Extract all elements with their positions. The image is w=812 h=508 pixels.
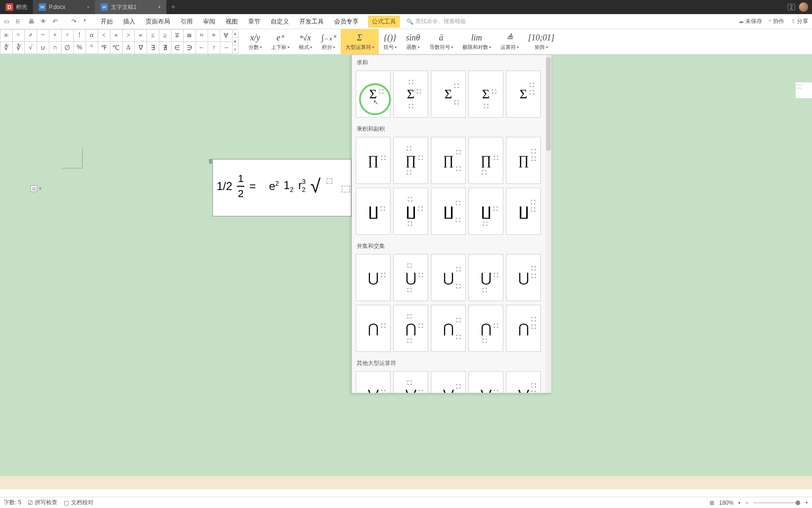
formula-group-大型运算符[interactable]: Σ大型运算符▾ [341, 29, 379, 54]
formula-group-括号[interactable]: {()}括号▾ [379, 29, 401, 54]
zoom-slider[interactable] [753, 502, 800, 503]
outline-button[interactable]: ▤ [31, 185, 37, 192]
symbol-cell[interactable]: ≅ [183, 29, 196, 42]
symbol-cell[interactable]: → [220, 41, 233, 54]
operator-item[interactable]: ⋂ [431, 305, 466, 352]
formula-group-运算符[interactable]: ≜运算符▾ [496, 29, 523, 54]
symbol-cell[interactable]: ~ [37, 29, 49, 42]
symbol-cell[interactable]: ≥ [159, 29, 172, 42]
symbol-cell[interactable]: ≤ [147, 29, 159, 42]
operator-item[interactable]: Σ [393, 71, 428, 118]
symbol-cell[interactable]: ∞ [0, 29, 13, 42]
operator-item[interactable]: Σ [431, 71, 466, 118]
operator-item[interactable]: ∐ [468, 188, 503, 235]
preview-icon[interactable]: 👁 [40, 18, 48, 25]
operator-item[interactable]: Σ [468, 71, 503, 118]
open-icon[interactable]: ⎘ [16, 18, 23, 25]
formula-group-极限和对数[interactable]: lim极限和对数▾ [458, 29, 496, 54]
symbol-cell[interactable]: ∋ [183, 41, 196, 54]
formula-group-矩阵[interactable]: [10;01]矩阵▾ [523, 29, 559, 54]
tab-pdocx[interactable]: W P.docx • [33, 0, 95, 14]
navigation-thumbnail[interactable]: ┈┈┈┈┈┈ [795, 82, 812, 99]
undo-icon[interactable]: ↶ [53, 18, 60, 25]
menu-section[interactable]: 章节 [247, 16, 261, 28]
symbol-cell[interactable]: ∜ [0, 41, 13, 54]
new-icon[interactable]: ▭ [4, 18, 11, 25]
symbol-cell[interactable]: α [86, 29, 98, 42]
symbol-cell[interactable]: ≈ [195, 29, 208, 42]
proofing-toggle[interactable]: ▢ 文档校对 [64, 499, 94, 507]
operator-item[interactable]: ⋂ [393, 305, 428, 352]
formula-group-积分[interactable]: ∫₋ₓˣ积分▾ [317, 29, 341, 54]
notification-badge[interactable]: 2 [788, 4, 795, 10]
collab-button[interactable]: ᵅ 协作 [769, 17, 784, 25]
share-button[interactable]: ⇪ 分享 [791, 17, 808, 25]
operator-item[interactable]: ∏ [393, 137, 428, 184]
operator-item[interactable]: ∏ [431, 137, 466, 184]
zoom-out-button[interactable]: − [745, 500, 749, 506]
operator-item[interactable]: ∐ [393, 188, 428, 235]
symbol-more-icon[interactable]: ≡ [232, 45, 239, 54]
zoom-in-button[interactable]: + [805, 500, 808, 506]
symbol-cell[interactable]: = [12, 29, 25, 42]
tab-doc1[interactable]: W 文字文稿1 • [95, 0, 166, 14]
tab-docer[interactable]: D 稻壳 [0, 0, 33, 14]
operator-item[interactable]: ∏ [506, 137, 541, 184]
scrollbar[interactable] [546, 55, 551, 393]
operator-item[interactable]: ∐ [506, 188, 541, 235]
zoom-value[interactable]: 180% [719, 500, 734, 506]
operator-item[interactable]: ⋃ [431, 254, 466, 301]
redo-icon[interactable]: ↷ [71, 18, 79, 25]
symbol-cell[interactable]: √ [24, 41, 37, 54]
symbol-cell[interactable]: ∇ [134, 41, 147, 54]
eq-placeholder[interactable] [327, 178, 332, 184]
symbol-cell[interactable]: « [110, 29, 123, 42]
menu-view[interactable]: 视图 [225, 16, 239, 28]
symbol-cell[interactable]: ° [86, 41, 98, 54]
symbol-cell[interactable]: ∅ [61, 41, 74, 54]
unsaved-status[interactable]: ☁ 未保存 [738, 17, 762, 25]
formula-group-函数[interactable]: sinθ函数▾ [401, 29, 425, 54]
equation-handle-icon[interactable] [209, 159, 212, 164]
operator-item[interactable]: ∐ [356, 188, 390, 235]
operator-item[interactable]: ∐ [431, 188, 466, 235]
menu-reference[interactable]: 引用 [180, 16, 194, 28]
scrollthumb[interactable] [546, 57, 551, 151]
tab-add-button[interactable]: + [166, 3, 180, 11]
symbol-cell[interactable]: ≠ [24, 29, 37, 42]
view-mode-icon[interactable]: ⊞ [710, 500, 714, 506]
operator-item[interactable]: ⋃ [393, 254, 428, 301]
menu-start[interactable]: 开始 [100, 16, 114, 28]
symbol-cell[interactable]: ∀ [220, 29, 233, 42]
symbol-cell[interactable]: ℉ [98, 41, 110, 54]
print-icon[interactable]: 🖶 [28, 18, 36, 25]
operator-item[interactable]: ⋃ [356, 254, 390, 301]
menu-insert[interactable]: 插入 [122, 16, 136, 28]
operator-item[interactable]: Σ↖ [356, 71, 390, 118]
symbol-cell[interactable]: < [98, 29, 110, 42]
menu-layout[interactable]: 页面布局 [145, 16, 171, 28]
zoom-drop-icon[interactable]: ▾ [738, 500, 741, 505]
symbol-cell[interactable]: ∄ [159, 41, 172, 54]
operator-item[interactable]: ∏ [468, 137, 503, 184]
symbol-cell[interactable]: ← [195, 41, 208, 54]
symbol-cell[interactable]: ↑ [208, 41, 220, 54]
wordcount[interactable]: 字数: 5 [4, 499, 21, 507]
operator-item[interactable]: ⋁ [431, 371, 466, 393]
equation-box[interactable]: 1/2 1 2 = e2 12 r32 √ [212, 159, 351, 216]
symbol-cell[interactable]: ∪ [37, 41, 49, 54]
symbol-cell[interactable]: ∈ [171, 41, 184, 54]
operator-item[interactable]: ⋂ [468, 305, 503, 352]
operator-item[interactable]: ⋁ [468, 371, 503, 393]
symbol-cell[interactable]: ! [73, 29, 86, 42]
operator-item[interactable]: ⋂ [356, 305, 390, 352]
formula-group-导数符号[interactable]: ä导数符号▾ [425, 29, 458, 54]
eq-placeholder[interactable] [342, 186, 350, 192]
operator-item[interactable]: ⋁ [506, 371, 541, 393]
symbol-cell[interactable]: ∛ [12, 41, 25, 54]
user-avatar[interactable] [799, 2, 808, 12]
symbol-cell[interactable]: ∩ [49, 41, 62, 54]
dropdown-icon[interactable]: ▾ [84, 18, 91, 25]
symbol-cell[interactable]: % [73, 41, 86, 54]
operator-item[interactable]: ⋂ [506, 305, 541, 352]
